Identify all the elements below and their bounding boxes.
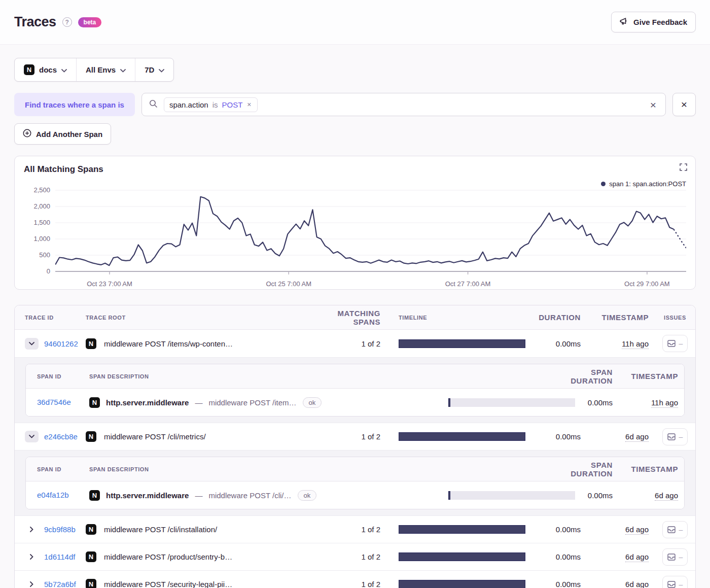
col-matching-spans: MATCHING SPANS — [323, 309, 388, 326]
y-axis-label: 0 — [47, 267, 50, 275]
timestamp-value: 6d ago — [625, 432, 649, 442]
chevron-down-icon — [61, 65, 67, 74]
matching-spans-value: 1 of 2 — [323, 432, 388, 441]
legend-dot-icon — [601, 182, 606, 186]
search-icon — [149, 99, 158, 110]
timestamp-value: 11h ago — [622, 339, 649, 349]
col-span-timestamp: TIMESTAMP — [621, 372, 684, 381]
trace-root-label: middleware POST /items/wp-conten… — [104, 339, 233, 348]
timeline-bar — [399, 552, 525, 561]
trace-id-link[interactable]: e246cb8e — [44, 432, 78, 441]
x-axis-label: Oct 27 7:00 AM — [445, 280, 491, 288]
table-row[interactable]: e246cb8e N middleware POST /cli/metrics/… — [15, 423, 695, 450]
issues-dash: – — [679, 433, 683, 441]
trace-id-link[interactable]: 5b72a6bf — [44, 580, 76, 588]
find-traces-label: Find traces where a span is — [14, 93, 135, 116]
inbox-icon — [667, 581, 676, 588]
col-span-duration: SPAN DURATION — [565, 461, 621, 478]
matching-spans-value: 1 of 2 — [323, 525, 388, 534]
nextjs-project-icon: N — [86, 551, 96, 562]
expand-row-button[interactable] — [25, 578, 39, 588]
add-another-span-button[interactable]: Add Another Span — [14, 123, 111, 145]
span-table-header: SPAN ID SPAN DESCRIPTION SPAN DURATION T… — [26, 457, 684, 481]
span-description-label: middleware POST /item… — [208, 398, 296, 407]
chevron-down-icon — [120, 65, 126, 74]
chevron-down-icon — [159, 65, 164, 74]
clear-search-icon[interactable]: × — [648, 98, 658, 111]
plot-area — [55, 188, 686, 277]
table-row[interactable]: 5b72a6bf N middleware POST /security-leg… — [15, 570, 695, 588]
trace-id-link[interactable]: 94601262 — [44, 339, 78, 348]
page-filter-bar: N docs All Envs 7D — [14, 58, 174, 82]
nextjs-project-icon: N — [89, 397, 100, 408]
col-span-timestamp: TIMESTAMP — [621, 465, 684, 473]
search-filter-token[interactable]: span.action is POST × — [164, 97, 258, 112]
span-row[interactable]: 36d7546e N http.server.middleware — midd… — [26, 389, 684, 416]
inbox-icon — [667, 433, 676, 440]
col-trace-root: TRACE ROOT — [86, 315, 323, 321]
search-input[interactable] — [264, 100, 642, 109]
span-id-link[interactable]: e04fa12b — [37, 491, 69, 499]
expand-chart-icon[interactable] — [680, 163, 687, 173]
col-span-duration: SPAN DURATION — [565, 368, 621, 385]
col-span-description: SPAN DESCRIPTION — [89, 466, 438, 472]
duration-value: 0.00ms — [536, 339, 589, 348]
span-status-badge: ok — [303, 397, 322, 408]
collapse-row-button[interactable] — [25, 431, 39, 442]
issues-dash: – — [679, 339, 683, 348]
token-remove-icon[interactable]: × — [246, 100, 252, 109]
span-op-label: http.server.middleware — [106, 491, 189, 500]
span-description-label: middleware POST /cli/… — [208, 491, 291, 500]
chart-svg — [55, 188, 686, 275]
x-axis-label: Oct 23 7:00 AM — [87, 280, 132, 288]
issues-button[interactable]: – — [662, 548, 688, 566]
issues-button[interactable]: – — [662, 335, 688, 352]
timeline-bar — [399, 580, 525, 588]
remove-span-filter-button[interactable]: × — [672, 93, 696, 116]
col-issues: ISSUES — [655, 315, 695, 321]
issues-button[interactable]: – — [662, 428, 688, 445]
issues-dash: – — [679, 580, 683, 588]
span-id-link[interactable]: 36d7546e — [37, 398, 71, 406]
col-timeline: TIMELINE — [388, 315, 536, 321]
nextjs-project-icon: N — [86, 579, 96, 588]
timeline-bar — [399, 525, 525, 534]
chart-legend: span 1: span.action:POST — [601, 180, 686, 188]
table-row[interactable]: 94601262 N middleware POST /items/wp-con… — [15, 330, 695, 357]
span-search-box[interactable]: span.action is POST × × — [141, 93, 666, 116]
nextjs-project-icon: N — [89, 490, 100, 501]
timestamp-value: 6d ago — [625, 580, 649, 588]
collapse-row-button[interactable] — [25, 338, 39, 350]
table-row[interactable]: 9cb9f88b N middleware POST /cli/installa… — [15, 515, 695, 543]
project-filter-label: docs — [39, 65, 57, 74]
page-title: Traces — [14, 14, 56, 30]
timestamp-value: 6d ago — [625, 552, 649, 562]
expand-row-button[interactable] — [25, 524, 39, 535]
inbox-icon — [667, 340, 676, 347]
trace-id-link[interactable]: 1d6114df — [44, 552, 75, 561]
date-range-label: 7D — [145, 65, 154, 74]
help-icon[interactable]: ? — [62, 17, 72, 27]
timeline-bar — [399, 339, 525, 348]
op-separator: — — [195, 491, 202, 500]
span-table-header: SPAN ID SPAN DESCRIPTION SPAN DURATION T… — [26, 364, 684, 389]
expanded-span-section: SPAN ID SPAN DESCRIPTION SPAN DURATION T… — [15, 357, 695, 423]
token-value: POST — [222, 100, 243, 109]
span-row[interactable]: e04fa12b N http.server.middleware — midd… — [26, 481, 684, 509]
beta-badge: beta — [78, 17, 102, 27]
give-feedback-button[interactable]: Give Feedback — [611, 12, 696, 32]
issues-dash: – — [679, 553, 683, 561]
issues-button[interactable]: – — [662, 576, 688, 588]
date-range-dropdown[interactable]: 7D — [135, 58, 173, 81]
environment-filter-dropdown[interactable]: All Envs — [76, 58, 135, 81]
x-axis-label: Oct 29 7:00 AM — [624, 280, 670, 288]
expand-row-button[interactable] — [25, 551, 39, 563]
trace-id-link[interactable]: 9cb9f88b — [44, 525, 76, 534]
expanded-span-section: SPAN ID SPAN DESCRIPTION SPAN DURATION T… — [15, 450, 695, 515]
issues-button[interactable]: – — [662, 521, 688, 538]
table-row[interactable]: 1d6114df N middleware POST /product/sent… — [15, 543, 695, 570]
project-filter-dropdown[interactable]: N docs — [15, 58, 76, 81]
trace-root-label: middleware POST /cli/installation/ — [104, 525, 217, 534]
traces-table: TRACE ID TRACE ROOT MATCHING SPANS TIMEL… — [14, 305, 696, 588]
span-timeline-bar — [448, 398, 575, 407]
